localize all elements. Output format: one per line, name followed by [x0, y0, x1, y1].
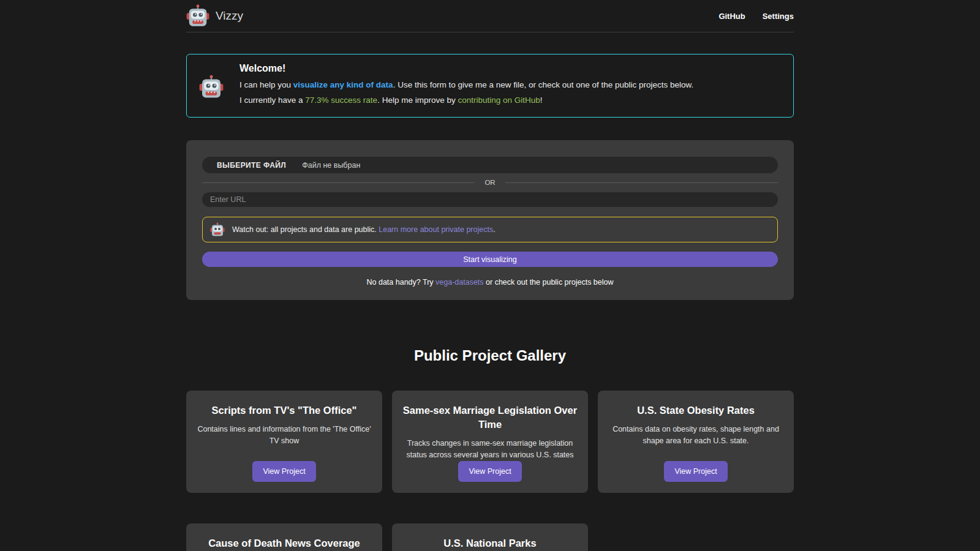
private-projects-link[interactable]: Learn more about private projects [379, 225, 493, 234]
start-visualizing-button[interactable]: Start visualizing [202, 252, 778, 267]
nav-github-link[interactable]: GitHub [718, 12, 745, 21]
welcome-line2-prefix: I currently have a [239, 96, 305, 105]
choose-file-button[interactable]: ВЫБЕРИТЕ ФАЙЛ [217, 161, 286, 170]
contribute-github-link[interactable]: contributing on GitHub [458, 96, 540, 105]
view-project-button[interactable]: View Project [664, 461, 727, 482]
project-description: Contains data on obesity rates, shape le… [608, 424, 784, 447]
or-label: OR [484, 179, 495, 186]
or-divider: OR [202, 179, 778, 186]
public-data-warning: Watch out: all projects and data are pub… [202, 217, 778, 242]
view-project-button[interactable]: View Project [458, 461, 521, 482]
project-grid: Scripts from TV's "The Office" Contains … [186, 391, 794, 551]
vizzy-robot-logo-icon [186, 4, 209, 28]
hint-suffix: or check out the public projects below [484, 278, 614, 287]
project-title: Same-sex Marriage Legislation Over Time [402, 403, 578, 432]
welcome-line-2: I currently have a 77.3% success rate. H… [239, 96, 693, 105]
success-rate-value: 77.3% success rate [305, 96, 377, 105]
warning-prefix: Watch out: all projects and data are pub… [232, 225, 379, 234]
divider-line-right [505, 182, 778, 183]
project-card-obesity-rates: U.S. State Obesity Rates Contains data o… [598, 391, 794, 493]
project-description: Tracks changes in same-sex marriage legi… [402, 438, 578, 461]
brand[interactable]: Vizzy [186, 4, 243, 28]
header-nav: GitHub Settings [718, 12, 794, 21]
warning-suffix: . [493, 225, 495, 234]
file-upload-input[interactable]: ВЫБЕРИТЕ ФАЙЛ Файл не выбран [202, 157, 778, 173]
page-container: Vizzy GitHub Settings [186, 0, 794, 551]
welcome-line1-prefix: I can help you [239, 80, 293, 89]
project-title: Scripts from TV's "The Office" [212, 403, 357, 418]
welcome-line2-suffix: ! [540, 96, 543, 105]
warning-text: Watch out: all projects and data are pub… [232, 225, 496, 234]
project-card-the-office: Scripts from TV's "The Office" Contains … [186, 391, 382, 493]
divider-line-left [202, 182, 475, 183]
welcome-banner: Welcome! I can help you visualize any ki… [186, 54, 794, 118]
welcome-line2-middle: . Help me improve by [377, 96, 458, 105]
project-card-cause-of-death: Cause of Death News Coverage This data r… [186, 523, 382, 551]
gallery-title: Public Project Gallery [186, 347, 794, 364]
project-title: U.S. National Parks [443, 536, 536, 550]
file-status-text: Файл не выбран [302, 161, 360, 170]
project-card-national-parks: U.S. National Parks Contains information… [392, 523, 588, 551]
welcome-text: Welcome! I can help you visualize any ki… [239, 63, 693, 111]
nav-settings-link[interactable]: Settings [763, 12, 794, 21]
url-input[interactable] [202, 192, 778, 207]
project-title: U.S. State Obesity Rates [637, 403, 755, 418]
no-data-hint: No data handy? Try vega-datasets or chec… [202, 278, 778, 287]
project-card-marriage-legislation: Same-sex Marriage Legislation Over Time … [392, 391, 588, 493]
welcome-title: Welcome! [239, 63, 693, 74]
project-description: Contains lines and information from the … [196, 424, 372, 447]
warning-robot-icon [210, 222, 225, 237]
welcome-highlight: visualize any kind of data [293, 80, 393, 89]
welcome-line1-suffix: . Use this form to give me a new file, o… [393, 80, 694, 89]
upload-form-card: ВЫБЕРИТЕ ФАЙЛ Файл не выбран OR [186, 140, 794, 300]
header: Vizzy GitHub Settings [186, 0, 794, 32]
welcome-robot-icon [199, 75, 224, 99]
hint-prefix: No data handy? Try [366, 278, 435, 287]
welcome-line-1: I can help you visualize any kind of dat… [239, 80, 693, 89]
vega-datasets-link[interactable]: vega-datasets [435, 278, 484, 287]
project-title: Cause of Death News Coverage [208, 536, 360, 550]
view-project-button[interactable]: View Project [252, 461, 315, 482]
app-title: Vizzy [216, 9, 243, 23]
